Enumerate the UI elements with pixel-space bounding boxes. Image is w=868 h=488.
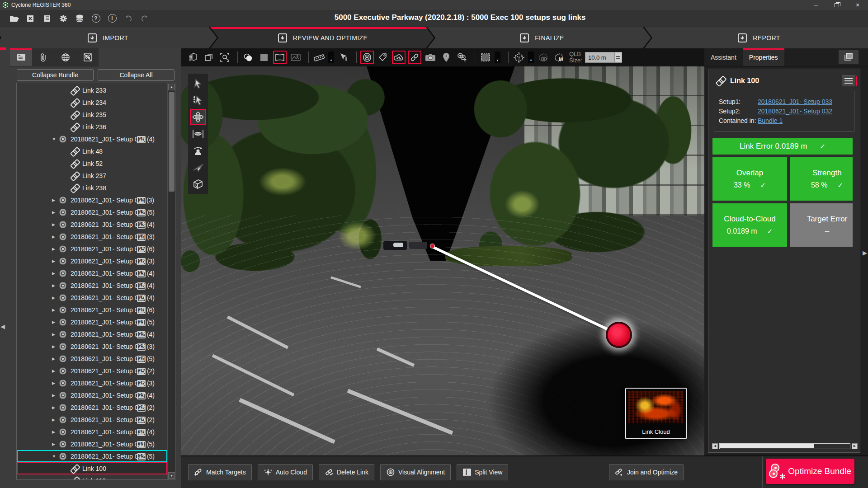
tab-geo-globe[interactable]: [54, 48, 76, 66]
fly-tool-icon[interactable]: [190, 159, 206, 175]
tree-row[interactable]: 20180621_J01- Setup 020 (6): [17, 304, 167, 316]
limit-box-view-icon[interactable]: [537, 51, 550, 64]
link-marker[interactable]: [606, 322, 632, 348]
tree-row[interactable]: 20180621_J01- Setup 026 (3): [17, 377, 167, 389]
tree-row[interactable]: Link 234: [17, 96, 167, 108]
expand-arrow-icon[interactable]: [52, 247, 59, 251]
tree-row[interactable]: 20180621_J01- Setup 029 (2): [17, 413, 167, 426]
tree-row[interactable]: 20180621_J01- Setup 018 (4): [17, 279, 167, 291]
image-view-icon[interactable]: [289, 51, 302, 64]
workflow-tab[interactable]: REVIEW AND OPTIMIZE: [210, 27, 434, 48]
qlb-spinner[interactable]: [614, 52, 622, 63]
expand-arrow-icon[interactable]: [52, 235, 59, 239]
tree-row[interactable]: Link 52: [17, 157, 167, 169]
tree-row[interactable]: Link 100: [17, 462, 167, 474]
auto-cloud-button[interactable]: Auto Cloud: [258, 464, 313, 480]
select-dropdown[interactable]: ▼: [495, 52, 500, 63]
tree-row[interactable]: 20180621_J01- Setup 019 (4): [17, 291, 167, 304]
setup-image-icon[interactable]: [137, 197, 146, 204]
tree-row[interactable]: Link 235: [17, 108, 167, 121]
setup-image-icon[interactable]: [137, 319, 146, 326]
expand-arrow-icon[interactable]: [52, 308, 59, 312]
expand-arrow-icon[interactable]: [52, 344, 59, 349]
join-and-optimize-button[interactable]: Join and Optimize: [609, 464, 684, 480]
workflow-tab[interactable]: REPORT: [644, 27, 868, 48]
tag-icon[interactable]: [376, 51, 390, 64]
tree-row[interactable]: 20180621_J01- Setup 016 (3): [17, 255, 167, 267]
limit-box-manager-icon[interactable]: M: [552, 51, 566, 64]
tree-row[interactable]: 20180621_J01- Setup 027 (4): [17, 389, 167, 401]
tree-row[interactable]: Link 233: [17, 84, 167, 96]
orbit-tool-icon[interactable]: [190, 109, 206, 125]
setup-image-icon[interactable]: [137, 368, 146, 375]
probe-cursor-icon[interactable]: [337, 51, 350, 64]
select-cursor-icon[interactable]: [190, 75, 206, 92]
link-cloud-card[interactable]: Link Cloud: [625, 388, 687, 439]
tree-row[interactable]: Link 238: [17, 182, 167, 194]
setup-image-icon[interactable]: [137, 246, 146, 253]
zoom-selection-icon[interactable]: [218, 51, 231, 64]
panel-layout-icon[interactable]: [838, 50, 859, 64]
tree-row[interactable]: 20180621_J01- Setup 013 (4): [17, 218, 167, 230]
info-link[interactable]: 20180621_J01- Setup 032: [758, 108, 832, 115]
rect-select-icon[interactable]: [479, 51, 492, 64]
expand-arrow-icon[interactable]: [52, 418, 59, 422]
delete-project-icon[interactable]: [23, 12, 39, 25]
tree-row[interactable]: 20180621_J01- Setup 025 (2): [17, 365, 167, 377]
hscroll-right-button[interactable]: ▶: [852, 443, 858, 449]
expand-arrow-icon[interactable]: [52, 381, 59, 385]
tree-row[interactable]: Link 237: [17, 169, 167, 182]
expand-arrow-icon[interactable]: [52, 369, 59, 373]
delete-link-button[interactable]: Delete Link: [319, 464, 374, 480]
database-icon[interactable]: [71, 12, 88, 25]
setup-image-icon[interactable]: [137, 209, 146, 216]
minimize-button[interactable]: [806, 0, 826, 10]
limit-box-icon[interactable]: [512, 51, 526, 64]
panel-expand-arrow[interactable]: ▶: [863, 249, 867, 256]
tree-row[interactable]: 20180621_J01- Setup 015 (6): [17, 243, 167, 255]
constrained-orbit-icon[interactable]: [190, 126, 206, 142]
setup-image-icon[interactable]: [137, 295, 146, 302]
setup-image-icon[interactable]: [137, 380, 146, 387]
expand-arrow-icon[interactable]: [52, 210, 59, 215]
tab-site-map[interactable]: [76, 48, 99, 66]
setup-image-icon[interactable]: [137, 441, 146, 448]
scroll-down-button[interactable]: ▼: [168, 472, 175, 479]
workflow-tab[interactable]: FINALIZE: [427, 27, 651, 48]
reports-icon[interactable]: [39, 12, 55, 25]
tree-row[interactable]: Link 118: [17, 474, 167, 480]
tree-row[interactable]: 20180621_J01- Setup 011 (3): [17, 194, 167, 206]
cloud-mode-icon[interactable]: [392, 51, 406, 64]
setup-image-icon[interactable]: [137, 356, 146, 363]
tree-row[interactable]: 20180621_J01- Setup 032 (5): [17, 450, 167, 462]
tree-row[interactable]: 20180621_J01- Setup 014 (3): [17, 230, 167, 243]
setup-image-icon[interactable]: [137, 343, 146, 351]
look-around-icon[interactable]: [190, 142, 206, 159]
solid-view-icon[interactable]: [257, 51, 271, 64]
list-options-icon[interactable]: [842, 75, 855, 86]
tree-row[interactable]: 20180621_J01- Setup 030 (4): [17, 426, 167, 438]
expand-arrow-icon[interactable]: [52, 283, 59, 288]
blend-mode-icon[interactable]: [241, 51, 255, 64]
tree-row[interactable]: Link 48: [17, 145, 167, 157]
tab-project-tree[interactable]: [10, 48, 32, 66]
fit-view-icon[interactable]: [186, 51, 200, 64]
limit-box-dropdown[interactable]: ▼: [528, 52, 534, 63]
setup-image-icon[interactable]: [137, 282, 146, 290]
panorama-view-icon[interactable]: [273, 51, 287, 64]
expand-arrow-icon[interactable]: [52, 454, 59, 459]
measure-dropdown[interactable]: ▼: [328, 52, 334, 63]
hscroll-thumb[interactable]: [720, 444, 814, 448]
split-view-button[interactable]: Split View: [457, 464, 508, 480]
tree-row[interactable]: 20180621_J01- Setup 017 (4): [17, 267, 167, 279]
tree-row[interactable]: 20180621_J01- Setup 023 (3): [17, 340, 167, 352]
setup-image-icon[interactable]: [137, 221, 146, 229]
visual-alignment-button[interactable]: Visual Alignment: [380, 464, 451, 480]
open-project-icon[interactable]: [6, 12, 23, 25]
close-button[interactable]: ×: [847, 0, 868, 10]
setup-image-icon[interactable]: [137, 270, 146, 277]
setup-image-icon[interactable]: [137, 258, 146, 265]
geotag-filter-icon[interactable]: [455, 51, 469, 64]
expand-arrow-icon[interactable]: [52, 442, 59, 446]
hscroll-left-button[interactable]: ◀: [712, 443, 718, 449]
